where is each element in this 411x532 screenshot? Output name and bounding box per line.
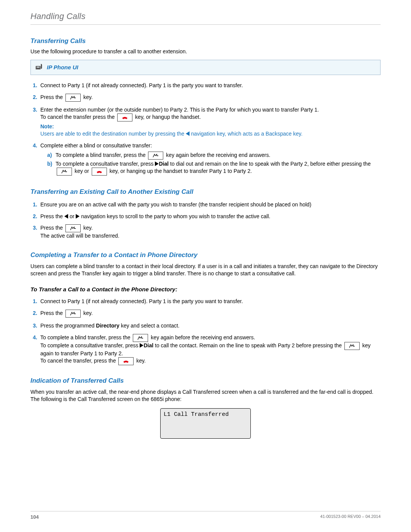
transfer-key-icon <box>65 310 81 318</box>
callout-label: IP Phone UI <box>47 64 78 71</box>
transfer-key-icon <box>65 94 81 102</box>
page-footer: 104 41-001523-00 REV00 – 04.2014 <box>30 511 381 521</box>
nav-right-icon <box>76 214 80 219</box>
transfer-key-icon <box>344 342 360 350</box>
nav-left-icon <box>64 214 68 219</box>
step-text: Complete either a blind or consultative … <box>40 142 381 176</box>
note-label: Note: <box>40 123 381 130</box>
procedure-directory: 1. Connect to Party 1 (if not already co… <box>30 298 381 365</box>
section-transfer-directory: Completing a Transfer to a Contact in Ph… <box>30 251 381 260</box>
ip-phone-ui-callout: IP Phone UI <box>30 60 381 75</box>
section-intro: When you transfer an active call, the ne… <box>30 388 381 403</box>
doc-id: 41-001523-00 REV00 – 04.2014 <box>320 514 381 521</box>
page-title: Handling Calls <box>30 11 381 25</box>
step-number: 1. <box>30 298 37 305</box>
step-text: Connect to Party 1 (if not already conne… <box>40 82 381 89</box>
step-text: Press the key. <box>40 310 381 318</box>
phone-screen: L1 Call Transferred <box>160 408 251 439</box>
transfer-key-icon <box>133 334 148 342</box>
hangup-key-icon <box>118 357 134 365</box>
note-text: Users are able to edit the destination n… <box>40 130 381 137</box>
procedure-ip-phone-ui: 1. Connect to Party 1 (if not already co… <box>30 82 381 176</box>
ip-phone-icon <box>35 62 43 73</box>
nav-left-icon <box>186 131 190 136</box>
section-transfer-existing: Transferring an Existing Call to Another… <box>30 188 381 197</box>
step-number: 4. <box>30 334 37 365</box>
substep-letter: b) <box>47 160 53 176</box>
step-text: Press the or navigation keys to scroll t… <box>40 213 381 220</box>
step-text: To complete a blind transfer, press the … <box>40 334 381 365</box>
page-number: 104 <box>30 514 39 521</box>
step-text: Connect to Party 1 (if not already conne… <box>40 298 381 305</box>
step-number: 3. <box>30 322 37 329</box>
section-intro: Users can complete a blind transfer to a… <box>30 263 381 277</box>
step-text: Press the programmed Directory key and s… <box>40 322 381 329</box>
section-intro: Use the following procedure to transfer … <box>30 48 381 55</box>
step-number: 4. <box>30 142 37 176</box>
step-text: Press the key. The active call will be t… <box>40 224 381 240</box>
transfer-key-icon <box>57 168 72 176</box>
hangup-key-icon <box>92 168 107 176</box>
svg-rect-1 <box>37 67 40 68</box>
play-icon <box>155 161 159 166</box>
substep-letter: a) <box>47 152 53 160</box>
step-number: 1. <box>30 201 37 208</box>
hangup-key-icon <box>117 113 132 121</box>
step-text: Press the key. <box>40 94 381 102</box>
step-number: 3. <box>30 224 37 240</box>
step-number: 1. <box>30 82 37 89</box>
procedure-existing-call: 1. Ensure you are on an active call with… <box>30 201 381 240</box>
play-icon <box>140 343 143 348</box>
step-number: 2. <box>30 94 37 102</box>
step-text: Ensure you are on an active call with th… <box>40 201 381 208</box>
minor-heading: To Transfer a Call to a Contact in the P… <box>30 286 381 293</box>
step-number: 3. <box>30 106 37 137</box>
section-indication: Indication of Transferred Calls <box>30 377 381 385</box>
step-number: 2. <box>30 213 37 220</box>
transfer-key-icon <box>148 152 163 160</box>
step-number: 2. <box>30 310 37 318</box>
step-text: Enter the extension number (or the outsi… <box>40 106 381 137</box>
section-transferring-calls: Transferring Calls <box>30 37 381 46</box>
transfer-key-icon <box>65 224 81 232</box>
